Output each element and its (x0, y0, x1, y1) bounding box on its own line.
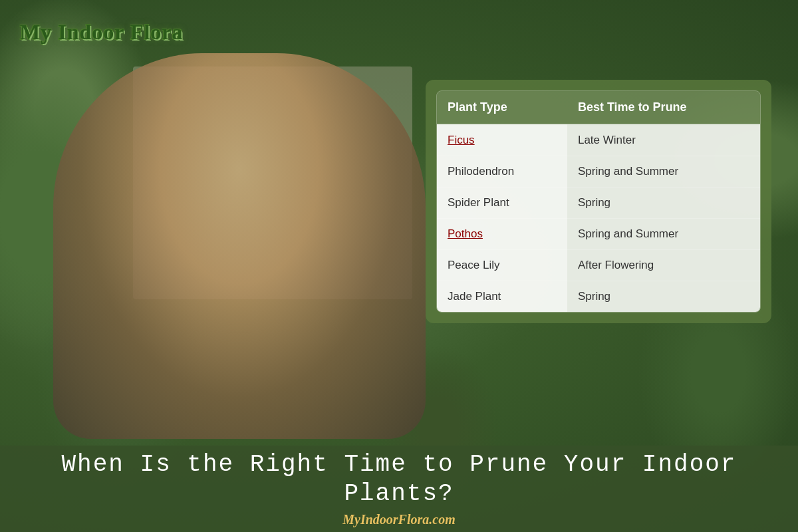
table-row: PothosSpring and Summer (437, 219, 760, 250)
pruning-table-card: Plant Type Best Time to Prune FicusLate … (426, 80, 771, 323)
website-url: MyIndoorFlora.com (342, 512, 455, 527)
background: My Indoor Flora Plant Type Best Time to … (0, 0, 798, 532)
column-header-plant: Plant Type (437, 91, 567, 124)
plant-link[interactable]: Pothos (448, 227, 483, 240)
table-wrapper: Plant Type Best Time to Prune FicusLate … (436, 90, 761, 313)
plant-name-cell[interactable]: Pothos (437, 219, 567, 250)
prune-time-cell: Spring (567, 188, 760, 219)
plant-name-cell: Philodendron (437, 156, 567, 188)
plant-link[interactable]: Ficus (448, 134, 475, 146)
prune-time-cell: After Flowering (567, 250, 760, 281)
table-row: Spider PlantSpring (437, 188, 760, 219)
prune-time-cell: Late Winter (567, 124, 760, 156)
site-logo: My Indoor Flora (20, 20, 184, 45)
prune-time-cell: Spring and Summer (567, 156, 760, 188)
plant-name-cell: Jade Plant (437, 281, 567, 313)
pruning-table: Plant Type Best Time to Prune FicusLate … (437, 91, 760, 312)
table-header-row: Plant Type Best Time to Prune (437, 91, 760, 124)
table-row: Jade PlantSpring (437, 281, 760, 313)
table-row: FicusLate Winter (437, 124, 760, 156)
prune-time-cell: Spring and Summer (567, 219, 760, 250)
bottom-bar: When Is the Right Time to Prune Your Ind… (0, 446, 798, 532)
plant-name-cell: Peace Lily (437, 250, 567, 281)
column-header-time: Best Time to Prune (567, 91, 760, 124)
table-row: PhilodendronSpring and Summer (437, 156, 760, 188)
plant-name-cell[interactable]: Ficus (437, 124, 567, 156)
page-title: When Is the Right Time to Prune Your Ind… (0, 450, 798, 507)
table-row: Peace LilyAfter Flowering (437, 250, 760, 281)
person-figure (53, 53, 426, 439)
plant-name-cell: Spider Plant (437, 188, 567, 219)
prune-time-cell: Spring (567, 281, 760, 313)
